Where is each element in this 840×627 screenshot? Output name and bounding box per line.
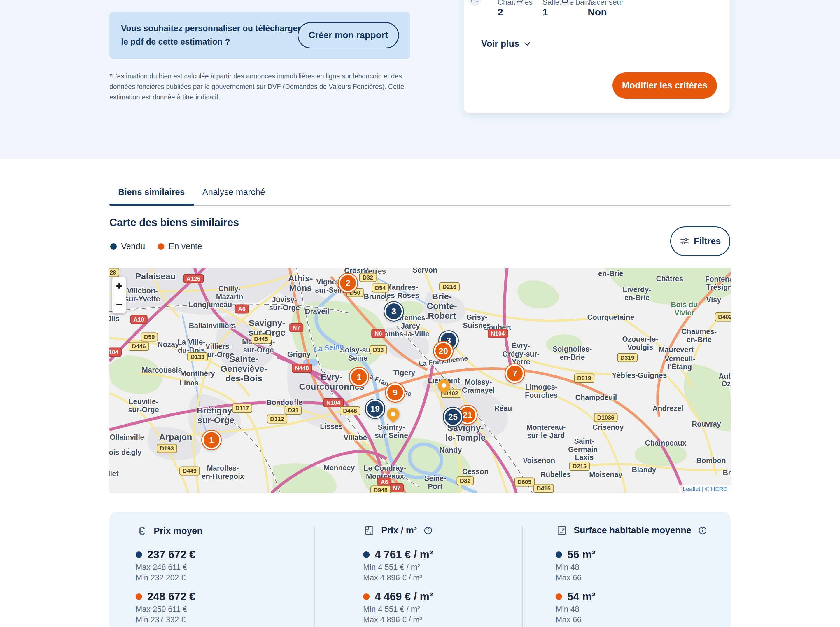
- bed-icon: [469, 0, 481, 6]
- marker-count: 9: [393, 388, 398, 397]
- voir-plus-button[interactable]: Voir plus: [481, 38, 532, 49]
- map-pin[interactable]: [384, 406, 402, 423]
- stat-subline: Min 48: [555, 562, 596, 572]
- info-icon[interactable]: [424, 526, 433, 535]
- chevron-down-icon: [523, 40, 532, 48]
- legend-label: En vente: [168, 242, 202, 251]
- floorplan-icon: [363, 525, 375, 536]
- tab-analyse-marche[interactable]: Analyse marché: [193, 186, 274, 203]
- sold-dot-icon: [135, 551, 142, 558]
- feature-label: Ascenseur: [588, 0, 624, 7]
- stat-subline: Min 237 332 €: [135, 615, 195, 625]
- create-report-button[interactable]: Créer mon rapport: [297, 22, 399, 49]
- marker-count: 3: [392, 307, 396, 316]
- stat-subline: Min 4 551 € / m²: [363, 562, 433, 572]
- stat-header: Surface habitable moyenne: [555, 525, 707, 536]
- map-canvas[interactable]: PalaiseauVillebon- sur-YvetteChilly- Maz…: [109, 268, 731, 493]
- map-marker[interactable]: 9: [386, 383, 404, 402]
- stat-value-row: 4 469 € / m²: [363, 590, 433, 604]
- stat-entry: 4 761 € / m²Min 4 551 € / m²Max 4 896 € …: [363, 548, 433, 583]
- report-banner-text: Vous souhaitez personnaliser ou téléchar…: [121, 22, 301, 49]
- map-marker[interactable]: 20: [434, 342, 453, 360]
- stat-header: €Prix moyen: [135, 525, 203, 537]
- sold-dot-icon: [363, 551, 370, 558]
- stat-column: Prix / m²4 761 € / m²Min 4 551 € / m²Max…: [363, 512, 509, 627]
- tabs-active-indicator: [109, 204, 194, 206]
- stat-value-row: 56 m²: [555, 548, 596, 562]
- stats-panel: €Prix moyen237 672 €Max 248 611 €Min 232…: [109, 512, 731, 627]
- tabs-underline: [109, 205, 731, 206]
- stat-header: Prix / m²: [363, 525, 433, 536]
- zoom-in-button[interactable]: +: [112, 277, 126, 295]
- stat-subline: Max 4 896 € / m²: [363, 573, 433, 583]
- sale-dot-icon: [555, 594, 562, 600]
- report-banner: Vous souhaitez personnaliser ou téléchar…: [109, 12, 411, 59]
- map-marker[interactable]: 2: [339, 274, 357, 292]
- marker-count: 2: [346, 278, 350, 288]
- map-marker[interactable]: 1: [350, 368, 368, 386]
- criteria-card: Chambres 2 Salles de bains 1 Ascenseur N…: [464, 0, 730, 113]
- filters-label: Filtres: [694, 236, 721, 247]
- stat-entry: 237 672 €Max 248 611 €Min 232 202 €: [135, 548, 195, 583]
- stat-title: Surface habitable moyenne: [574, 525, 691, 536]
- stat-subline: Max 66: [555, 615, 596, 625]
- feature-value: 2: [497, 6, 503, 18]
- sliders-icon: [680, 236, 689, 246]
- page-title: Carte des biens similaires: [109, 216, 239, 229]
- sold-dot-icon: [555, 551, 562, 558]
- euro-icon: €: [135, 525, 148, 537]
- stat-entry: 248 672 €Max 250 611 €Min 237 332 €: [135, 590, 195, 625]
- feature-value: Non: [588, 6, 607, 18]
- surface-icon: [555, 525, 568, 536]
- tabs: Biens similaires Analyse marché: [109, 186, 274, 203]
- divider: [522, 526, 523, 627]
- stat-title: Prix moyen: [154, 526, 203, 536]
- map-zoom-control: + −: [112, 277, 126, 314]
- marker-count: 19: [370, 404, 380, 414]
- tab-biens-similaires[interactable]: Biens similaires: [109, 186, 193, 203]
- voir-plus-label: Voir plus: [481, 38, 519, 49]
- marker-count: 1: [357, 372, 361, 382]
- modify-criteria-button[interactable]: Modifier les critères: [612, 72, 717, 99]
- sold-dot-icon: [110, 243, 117, 250]
- map-attribution[interactable]: Leaflet | © HERE: [679, 485, 731, 493]
- stat-column: Surface habitable moyenne56 m²Min 48Max …: [555, 512, 725, 627]
- map-marker[interactable]: 25: [444, 408, 462, 426]
- stat-value: 54 m²: [567, 591, 596, 603]
- marker-count: 21: [463, 410, 472, 420]
- estimation-disclaimer: *L'estimation du bien est calculée à par…: [109, 71, 417, 102]
- filters-button[interactable]: Filtres: [670, 227, 730, 256]
- stat-subline: Max 4 896 € / m²: [363, 615, 433, 625]
- stat-value-row: 54 m²: [555, 590, 596, 604]
- stat-entry: 56 m²Min 48Max 66: [555, 548, 596, 583]
- info-icon[interactable]: [698, 526, 707, 535]
- map-marker[interactable]: 7: [505, 364, 524, 383]
- page: Vous souhaitez personnaliser ou téléchar…: [0, 0, 840, 627]
- stat-value-row: 237 672 €: [135, 548, 195, 562]
- stat-value: 4 469 € / m²: [375, 591, 433, 603]
- report-banner-line2: le pdf de cette estimation ?: [121, 35, 301, 49]
- sale-dot-icon: [158, 243, 164, 250]
- map-marker[interactable]: 19: [366, 399, 384, 418]
- map-marker[interactable]: 3: [384, 302, 403, 321]
- stat-value-row: 248 672 €: [135, 590, 195, 604]
- feature-value: 1: [543, 6, 548, 18]
- marker-count: 1: [209, 435, 214, 445]
- legend-item-vendu: Vendu: [110, 242, 145, 251]
- map-pin[interactable]: [435, 377, 452, 394]
- report-banner-line1: Vous souhaitez personnaliser ou téléchar…: [121, 22, 301, 35]
- map-markers-layer: 233201791921251: [109, 268, 731, 493]
- stat-value: 4 761 € / m²: [375, 548, 433, 561]
- sale-dot-icon: [363, 594, 370, 600]
- stat-subline: Max 66: [555, 573, 596, 583]
- zoom-out-button[interactable]: −: [112, 295, 126, 314]
- stat-value: 248 672 €: [147, 591, 195, 603]
- legend-label: Vendu: [121, 242, 145, 251]
- stat-subline: Min 4 551 € / m²: [363, 604, 433, 614]
- map-legend: Vendu En vente: [110, 242, 202, 251]
- sale-dot-icon: [135, 594, 142, 600]
- stat-column: €Prix moyen237 672 €Max 248 611 €Min 232…: [135, 512, 299, 627]
- map-marker[interactable]: 1: [202, 431, 221, 449]
- marker-count: 25: [448, 412, 458, 422]
- marker-count: 7: [513, 369, 517, 378]
